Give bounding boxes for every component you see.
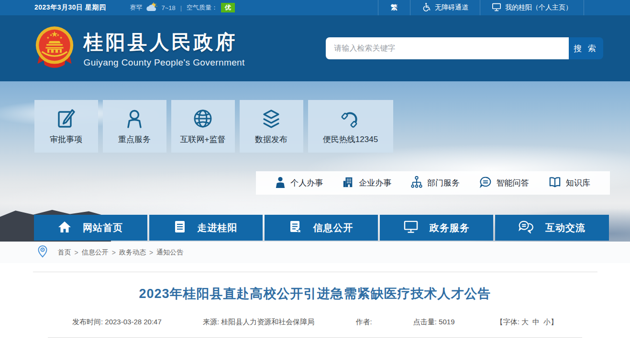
- site-title: 桂阳县人民政府: [84, 29, 245, 55]
- national-emblem-logo: [35, 24, 74, 72]
- site-header: 桂阳县人民政府 Guiyang County People's Governme…: [0, 15, 630, 81]
- home-icon: [58, 221, 71, 235]
- nav-home[interactable]: 网站首页: [34, 215, 147, 241]
- building-icon: [343, 176, 354, 190]
- chat-bubbles-icon: [519, 221, 534, 235]
- weather-city: 赛罕: [130, 3, 142, 12]
- content-top-divider: [33, 272, 597, 272]
- article-title: 2023年桂阳县直赴高校公开引进急需紧缺医疗技术人才公告: [0, 285, 630, 302]
- hit-count: 点击量: 5019: [413, 318, 455, 327]
- primary-navigation: 网站首页 走进桂阳 信: [34, 215, 609, 241]
- card-internet-supervision[interactable]: 互联网+监督: [171, 100, 235, 153]
- person-icon: [123, 108, 145, 130]
- weather-icon: [145, 2, 158, 13]
- current-date: 2023年3月30日 星期四: [34, 3, 106, 12]
- my-portal-link[interactable]: 我的桂阳（个人主页）: [480, 0, 584, 15]
- publish-time: 发布时间: 2023-03-28 20:47: [72, 318, 162, 327]
- service-personal-affairs[interactable]: 个人办事: [275, 176, 323, 190]
- breadcrumb-home[interactable]: 首页: [58, 248, 71, 257]
- nav-about-guiyang[interactable]: 走进桂阳: [149, 215, 263, 241]
- layers-icon: [260, 108, 282, 130]
- quick-cards-row: 审批事项 重点服务: [34, 100, 393, 153]
- topbar-endcap: [584, 0, 630, 15]
- meta-bottom-divider: [48, 337, 582, 338]
- accessibility-link[interactable]: 无障碍通道: [410, 0, 480, 15]
- org-chart-icon: [411, 176, 422, 190]
- service-knowledge-base[interactable]: 知识库: [549, 176, 590, 190]
- breadcrumb-bar: 首页 > 信息公开 > 政务动态 > 通知公告: [0, 242, 630, 263]
- site-search: 搜 索: [326, 37, 603, 59]
- article-content: 2023年桂阳县直赴高校公开引进急需紧缺医疗技术人才公告 发布时间: 2023-…: [0, 272, 630, 338]
- document-star-icon: [289, 220, 302, 235]
- monitor-icon: [404, 221, 418, 235]
- font-size-control: 【字体: 大中小】: [496, 318, 558, 327]
- globe-icon: [192, 108, 214, 130]
- search-input[interactable]: [326, 37, 569, 59]
- font-size-medium[interactable]: 中: [532, 318, 540, 327]
- weather-separator: |: [180, 4, 182, 11]
- nav-government-services[interactable]: 政务服务: [380, 215, 493, 241]
- article-meta-row: 发布时间: 2023-03-28 20:47 来源: 桂阳县人力资源和社会保障局…: [72, 318, 558, 337]
- service-department-services[interactable]: 部门服务: [411, 176, 460, 190]
- font-size-small[interactable]: 小: [543, 318, 551, 327]
- service-strip: 个人办事 企业办事: [256, 171, 610, 195]
- hero-photo-band: 审批事项 重点服务: [0, 81, 630, 242]
- breadcrumb-info-disclosure[interactable]: 信息公开: [82, 248, 109, 257]
- topbar-left: 2023年3月30日 星期四 赛罕 7~18 | 空气质量： 优: [0, 0, 235, 15]
- search-button[interactable]: 搜 索: [569, 37, 603, 59]
- chat-qa-icon: [479, 176, 492, 190]
- breadcrumb-gov-news[interactable]: 政务动态: [119, 248, 146, 257]
- location-pin-icon: [37, 245, 48, 260]
- service-smart-qa[interactable]: 智能问答: [479, 176, 529, 190]
- service-enterprise-affairs[interactable]: 企业办事: [343, 176, 391, 190]
- edit-icon: [55, 108, 77, 130]
- card-hotline-12345[interactable]: 便民热线12345: [308, 100, 393, 153]
- article-author: 作者:: [355, 318, 372, 327]
- card-approval-items[interactable]: 审批事项: [34, 100, 98, 153]
- document-icon: [174, 220, 186, 235]
- traditional-chinese-link[interactable]: 繁: [378, 0, 410, 15]
- top-utility-bar: 2023年3月30日 星期四 赛罕 7~18 | 空气质量： 优 繁: [0, 0, 630, 15]
- nav-interaction[interactable]: 互动交流: [495, 215, 608, 241]
- site-subtitle: Guiyang County People's Government: [84, 57, 245, 68]
- wheelchair-icon: [422, 2, 431, 13]
- breadcrumb: 首页 > 信息公开 > 政务动态 > 通知公告: [58, 248, 184, 257]
- card-key-services[interactable]: 重点服务: [103, 100, 166, 153]
- topbar-links: 繁 无障碍通道 我的桂阳（个人主页）: [378, 0, 630, 15]
- phone-icon: [340, 108, 362, 130]
- site-identity: 桂阳县人民政府 Guiyang County People's Governme…: [84, 29, 245, 68]
- nav-information-disclosure[interactable]: 信息公开: [265, 215, 378, 241]
- font-size-large[interactable]: 大: [521, 318, 529, 327]
- card-data-release[interactable]: 数据发布: [240, 100, 303, 153]
- monitor-small-icon: [492, 3, 501, 13]
- breadcrumb-notices[interactable]: 通知公告: [156, 248, 183, 257]
- book-icon: [549, 176, 561, 190]
- air-quality-label: 空气质量：: [187, 3, 218, 12]
- weather-temp: 7~18: [161, 4, 175, 11]
- person-filled-icon: [275, 176, 286, 190]
- article-source: 来源: 桂阳县人力资源和社会保障局: [203, 318, 314, 327]
- weather-widget: 赛罕 7~18 | 空气质量： 优: [130, 2, 235, 13]
- air-quality-badge: 优: [221, 3, 235, 12]
